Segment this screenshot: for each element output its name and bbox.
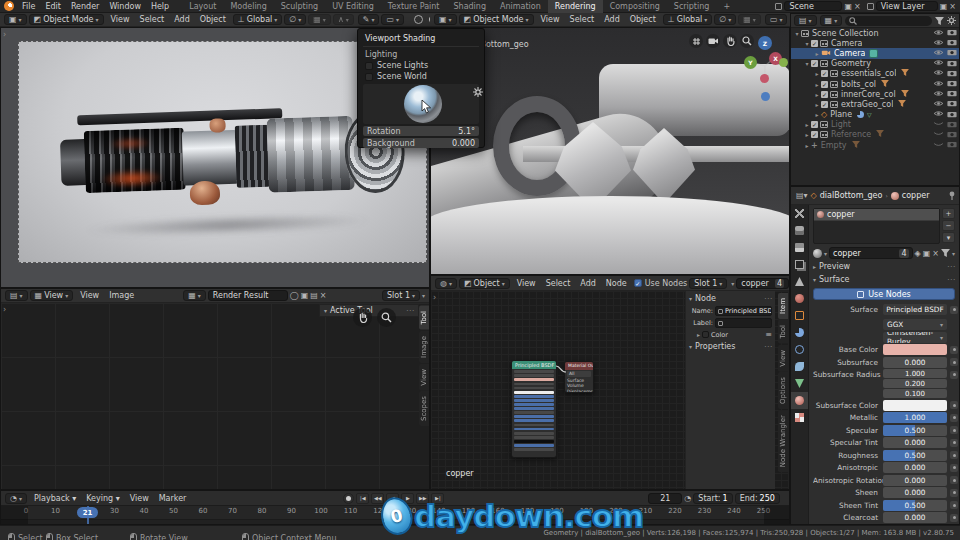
filter-funnel-icon[interactable] <box>881 80 889 89</box>
shader-editor-tab-node-wrangler[interactable]: Node Wrangler <box>778 410 788 472</box>
value-slider[interactable]: 1.000 <box>883 412 947 423</box>
extra-dropdown-icon[interactable]: ▾ <box>422 292 425 299</box>
menu-shader-select[interactable]: Select <box>541 279 576 288</box>
menu-vpr-view[interactable]: View <box>536 15 565 24</box>
decorator-dot[interactable] <box>950 451 958 459</box>
surface-decorator[interactable] <box>950 306 958 314</box>
outliner-item-light-9[interactable]: ▸✓Light <box>791 120 959 130</box>
axis-gizmo[interactable]: Z X Y <box>741 36 787 116</box>
node-input-row[interactable] <box>514 448 554 451</box>
editor-type-button[interactable]: ▣▾ <box>4 14 27 25</box>
properties-tab-object[interactable] <box>791 307 808 324</box>
use-nodes-checkbox[interactable]: ✓ Use Nodes <box>634 279 688 288</box>
node-input-displacement[interactable]: Displacement <box>565 389 593 394</box>
gizmo-x-neg[interactable] <box>760 74 769 83</box>
collection-checkbox[interactable]: ✓ <box>821 101 828 108</box>
shader-type-dropdown[interactable]: ◩Object▾ <box>459 278 510 289</box>
vector-value-field[interactable]: 0.100 <box>883 389 947 398</box>
node-input-row[interactable] <box>514 432 554 435</box>
expander-icon[interactable]: ▸ <box>813 111 821 118</box>
node-header[interactable]: Principled BSDF <box>512 361 556 369</box>
node-material-output[interactable]: Material Output AllSurfaceVolumeDisplace… <box>564 361 594 393</box>
node-input-row[interactable] <box>514 428 554 431</box>
node-input-row[interactable] <box>514 440 554 443</box>
properties-tab-view-layer[interactable] <box>791 256 808 273</box>
distribution-dropdown[interactable]: GGX▾ <box>883 319 947 330</box>
menu-topbar-edit[interactable]: Edit <box>40 2 66 11</box>
mode-dropdown[interactable]: ◩Object Mode▾ <box>29 14 104 25</box>
render-visibility-icon[interactable] <box>947 59 957 69</box>
image-editor-tab-scopes[interactable]: Scopes <box>419 391 429 426</box>
decorator-dot[interactable] <box>950 401 958 409</box>
menu-timeline-view[interactable]: View <box>125 494 154 503</box>
image-mode-dropdown[interactable]: ▦View▾ <box>30 290 74 301</box>
new-material-icon[interactable]: ▣ <box>923 249 931 258</box>
playhead-badge[interactable]: 21 <box>77 507 98 518</box>
slot-dropdown[interactable]: Slot 1▾ <box>382 290 420 301</box>
list-icon[interactable]: ≡ <box>765 330 772 339</box>
properties-tab-modifiers[interactable] <box>791 324 808 341</box>
vector-value-field[interactable]: 0.200 <box>883 379 947 388</box>
eye-toggle-icon[interactable] <box>933 39 944 48</box>
node-input-row[interactable] <box>514 399 554 402</box>
node-label-field[interactable] <box>715 318 772 328</box>
close-view-layer-icon[interactable]: × <box>949 2 956 11</box>
breadcrumb-object[interactable]: dialBottom_geo <box>820 191 883 200</box>
menu-vpr-object[interactable]: Object <box>625 15 661 24</box>
decorator-dot[interactable] <box>950 476 958 484</box>
outliner-item-camera-1[interactable]: ▾✓Camera <box>791 38 959 48</box>
close-scene-icon[interactable]: × <box>854 2 861 11</box>
node-input-row[interactable] <box>514 370 554 373</box>
menu-timeline-playback[interactable]: Playback ▾ <box>29 494 81 503</box>
mode-dropdown[interactable]: ◩Object Mode▾ <box>459 14 534 25</box>
filter-funnel-icon[interactable] <box>876 130 884 139</box>
expander-icon[interactable]: ▸ <box>803 121 811 128</box>
properties-tab-physics[interactable] <box>791 341 808 358</box>
toolbar-expand-chevron[interactable]: › <box>3 305 6 314</box>
node-input-row[interactable] <box>514 391 554 394</box>
node-input-row[interactable] <box>514 387 554 390</box>
node-input-row[interactable] <box>514 395 554 398</box>
decorator-dot[interactable] <box>950 501 958 509</box>
expander-icon[interactable]: ▸ <box>813 50 821 57</box>
workspace-tab-animation[interactable]: Animation <box>493 0 548 13</box>
collection-checkbox[interactable]: ✓ <box>811 40 818 47</box>
add-workspace-button[interactable]: + <box>716 0 737 13</box>
properties-tab-render[interactable] <box>791 222 808 239</box>
workspace-tab-scripting[interactable]: Scripting <box>667 0 717 13</box>
jump-to-start-button[interactable]: |◀ <box>356 493 369 504</box>
eye-toggle-icon[interactable] <box>933 29 944 38</box>
node-input-row[interactable] <box>514 374 554 377</box>
value-slider[interactable]: 0.000 <box>883 437 947 448</box>
vector-value-field[interactable]: 1.000 <box>883 369 947 378</box>
properties-tab-material[interactable] <box>791 392 808 409</box>
toolbar-expand-chevron[interactable]: › <box>433 293 436 302</box>
decorator-dot[interactable] <box>950 439 958 447</box>
node-name-field[interactable]: Principled BSDF <box>715 306 772 316</box>
expander-icon[interactable]: ▸ <box>803 131 811 138</box>
properties-tab-scene[interactable] <box>791 273 808 290</box>
workspace-tab-modeling[interactable]: Modeling <box>223 0 273 13</box>
expander-icon[interactable]: ▾ <box>803 60 811 67</box>
decorator-dot[interactable] <box>950 346 958 354</box>
decorator-dot[interactable] <box>950 414 958 422</box>
image-canvas[interactable] <box>1 303 429 489</box>
checkbox-icon[interactable] <box>365 62 373 70</box>
collection-checkbox[interactable]: ✓ <box>811 60 818 67</box>
image-editor-tab-view[interactable]: View <box>419 364 429 391</box>
editor-type-button[interactable]: ◔▾ <box>5 493 27 504</box>
node-input-row[interactable] <box>514 415 554 418</box>
new-view-layer-icon[interactable]: ▣ <box>940 2 948 11</box>
menu-vpl-object[interactable]: Object <box>195 15 231 24</box>
eye-toggle-icon[interactable] <box>933 59 944 68</box>
image-editor-tab-tool[interactable]: Tool <box>419 306 429 330</box>
render-visibility-icon[interactable] <box>947 99 957 109</box>
render-visibility-icon[interactable] <box>947 110 957 120</box>
node-input-row[interactable] <box>514 403 554 406</box>
workspace-tab-rendering[interactable]: Rendering <box>548 0 603 13</box>
scene-name-field[interactable]: Scene <box>784 1 842 11</box>
render-visibility-icon[interactable] <box>947 140 957 150</box>
browse-material-icon[interactable] <box>813 249 822 258</box>
editor-type-button[interactable]: ▤▾ <box>5 290 28 301</box>
end-frame-field[interactable]: End:250 <box>735 493 780 504</box>
